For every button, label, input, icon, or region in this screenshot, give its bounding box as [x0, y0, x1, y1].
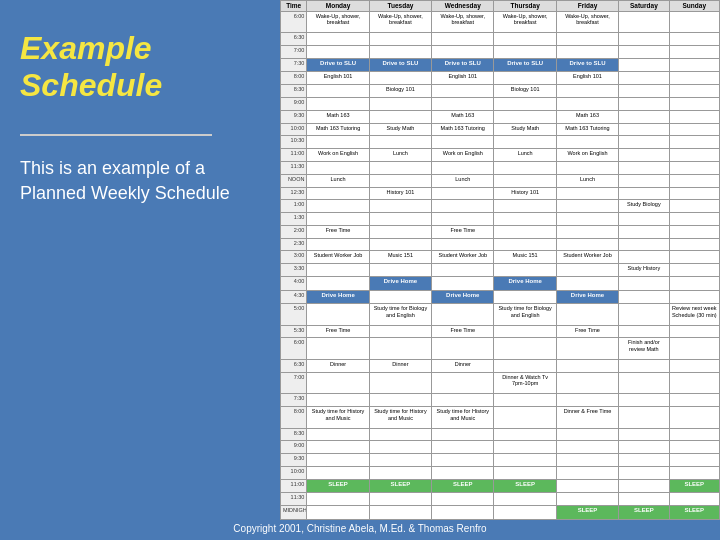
- table-cell: [619, 11, 669, 33]
- table-cell: [494, 441, 556, 454]
- table-cell: [494, 72, 556, 85]
- table-cell: [619, 372, 669, 394]
- table-cell: 5:00: [281, 304, 307, 326]
- table-cell: [432, 454, 494, 467]
- table-cell: [619, 251, 669, 264]
- table-cell: Study Math: [369, 123, 431, 136]
- table-cell: [556, 493, 618, 506]
- table-cell: [619, 454, 669, 467]
- table-cell: SLEEP: [619, 506, 669, 520]
- header-tuesday: Tuesday: [369, 1, 431, 12]
- table-cell: Math 163 Tutoring: [307, 123, 369, 136]
- table-cell: 8:00: [281, 72, 307, 85]
- table-cell: Drive to SLU: [494, 58, 556, 72]
- table-cell: [669, 454, 719, 467]
- table-cell: 5:30: [281, 325, 307, 338]
- table-cell: Math 163: [556, 110, 618, 123]
- table-cell: Dinner: [432, 360, 494, 373]
- table-cell: Drive to SLU: [432, 58, 494, 72]
- table-cell: 6:30: [281, 360, 307, 373]
- table-cell: [432, 276, 494, 290]
- header-monday: Monday: [307, 1, 369, 12]
- table-cell: [494, 467, 556, 480]
- table-cell: Work on English: [307, 149, 369, 162]
- table-cell: Drive to SLU: [369, 58, 431, 72]
- table-cell: [494, 213, 556, 226]
- table-cell: Music 151: [494, 251, 556, 264]
- table-cell: [669, 98, 719, 111]
- table-cell: Wake-Up, shower, breakfast: [494, 11, 556, 33]
- table-cell: [556, 372, 618, 394]
- table-cell: [619, 290, 669, 304]
- table-cell: Drive Home: [556, 290, 618, 304]
- table-cell: [307, 372, 369, 394]
- table-cell: [369, 290, 431, 304]
- table-cell: Work on English: [556, 149, 618, 162]
- table-cell: [494, 290, 556, 304]
- table-cell: [307, 493, 369, 506]
- table-cell: [619, 85, 669, 98]
- table-cell: [556, 479, 618, 493]
- table-cell: Free Time: [556, 325, 618, 338]
- table-cell: SLEEP: [669, 506, 719, 520]
- table-cell: Biology 101: [494, 85, 556, 98]
- table-cell: [369, 372, 431, 394]
- table-cell: 9:30: [281, 110, 307, 123]
- table-cell: Study time for Biology and English: [494, 304, 556, 326]
- table-cell: [307, 85, 369, 98]
- table-cell: [494, 407, 556, 429]
- left-panel: Example Schedule This is an example of a…: [0, 0, 280, 540]
- table-cell: [494, 493, 556, 506]
- table-cell: [432, 467, 494, 480]
- table-cell: [369, 33, 431, 46]
- table-cell: 8:00: [281, 407, 307, 429]
- table-cell: Work on English: [432, 149, 494, 162]
- table-cell: Wake-Up, shower, breakfast: [432, 11, 494, 33]
- table-cell: Dinner & Free Time: [556, 407, 618, 429]
- description: This is an example of a Planned Weekly S…: [20, 156, 260, 206]
- table-cell: [494, 360, 556, 373]
- table-cell: [619, 213, 669, 226]
- table-cell: SLEEP: [669, 479, 719, 493]
- table-cell: 10:30: [281, 136, 307, 149]
- table-cell: [369, 394, 431, 407]
- table-cell: [369, 506, 431, 520]
- table-cell: [432, 304, 494, 326]
- table-cell: [307, 136, 369, 149]
- table-cell: [669, 394, 719, 407]
- table-cell: [556, 238, 618, 251]
- table-cell: [619, 33, 669, 46]
- table-cell: [556, 338, 618, 360]
- table-cell: [669, 11, 719, 33]
- header-thursday: Thursday: [494, 1, 556, 12]
- title-block: Example Schedule: [20, 30, 260, 104]
- copyright: Copyright 2001, Christine Abela, M.Ed. &…: [0, 523, 720, 534]
- table-cell: SLEEP: [369, 479, 431, 493]
- table-cell: SLEEP: [556, 506, 618, 520]
- table-cell: Dinner: [369, 360, 431, 373]
- table-cell: 8:30: [281, 85, 307, 98]
- table-cell: Study time for Biology and English: [369, 304, 431, 326]
- table-cell: Music 151: [369, 251, 431, 264]
- table-cell: [556, 213, 618, 226]
- table-cell: [669, 493, 719, 506]
- table-cell: [556, 304, 618, 326]
- table-cell: [556, 98, 618, 111]
- table-cell: [669, 251, 719, 264]
- table-cell: [619, 161, 669, 174]
- table-cell: [307, 467, 369, 480]
- table-cell: 1:00: [281, 200, 307, 213]
- table-cell: [369, 225, 431, 238]
- table-cell: [556, 85, 618, 98]
- header-wednesday: Wednesday: [432, 1, 494, 12]
- table-cell: 8:30: [281, 428, 307, 441]
- table-cell: [619, 46, 669, 59]
- table-cell: SLEEP: [432, 479, 494, 493]
- table-cell: [307, 304, 369, 326]
- table-cell: [432, 372, 494, 394]
- table-cell: [432, 33, 494, 46]
- table-cell: Study time for History and Music: [369, 407, 431, 429]
- schedule-panel: Time Monday Tuesday Wednesday Thursday F…: [280, 0, 720, 520]
- table-cell: [494, 46, 556, 59]
- table-cell: [494, 506, 556, 520]
